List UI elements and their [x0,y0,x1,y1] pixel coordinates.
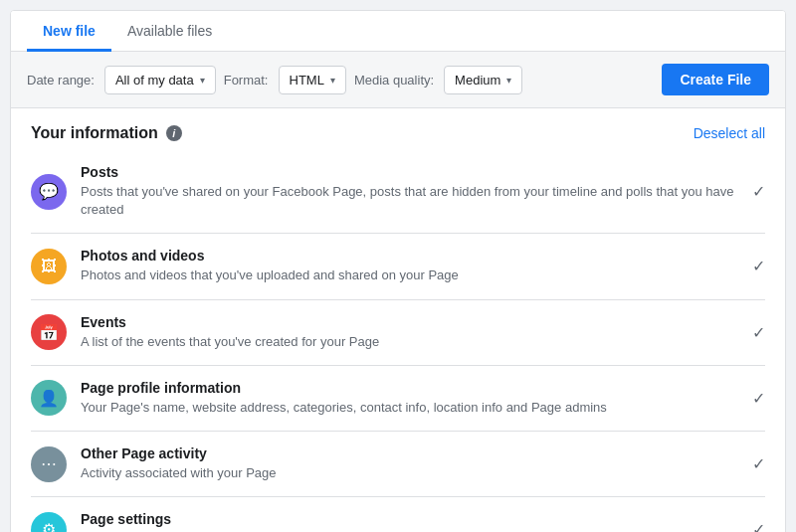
media-quality-value: Medium [455,73,500,88]
item-desc-other-activity: Activity associated with your Page [81,464,738,482]
item-content-posts: PostsPosts that you've shared on your Fa… [81,164,738,219]
date-range-dropdown[interactable]: All of my data ▾ [104,66,216,94]
item-content-events: EventsA list of the events that you've c… [81,314,738,351]
list-item[interactable]: 📅EventsA list of the events that you've … [31,300,765,366]
item-check-other-activity[interactable]: ✓ [752,454,765,473]
item-icon-other-activity: ⋯ [31,446,67,482]
tab-new-file[interactable]: New file [27,11,111,52]
item-icon-events: 📅 [31,314,67,350]
media-quality-label: Media quality: [354,73,434,88]
item-check-posts[interactable]: ✓ [752,182,765,201]
list-item[interactable]: ⚙Page settingsCurrent settings for your … [31,497,765,532]
format-label: Format: [224,73,269,88]
section-title-group: Your information i [31,124,182,142]
list-item[interactable]: ⋯Other Page activityActivity associated … [31,432,765,497]
item-icon-photos-videos: 🖼 [31,249,67,284]
item-title-events: Events [81,314,738,330]
item-title-other-activity: Other Page activity [81,445,738,461]
items-list: 💬PostsPosts that you've shared on your F… [11,150,785,532]
item-desc-page-profile: Your Page's name, website address, categ… [81,399,738,417]
format-dropdown[interactable]: HTML ▾ [279,66,346,94]
list-item[interactable]: 🖼Photos and videosPhotos and videos that… [31,234,765,299]
item-check-events[interactable]: ✓ [752,323,765,342]
item-icon-page-profile: 👤 [31,380,67,416]
date-range-value: All of my data [115,73,194,88]
item-check-photos-videos[interactable]: ✓ [752,257,765,275]
format-section: Format: HTML ▾ [224,66,346,94]
item-title-page-profile: Page profile information [81,380,738,396]
item-content-other-activity: Other Page activityActivity associated w… [81,445,738,482]
date-range-section: Date range: All of my data ▾ [27,66,216,94]
item-desc-photos-videos: Photos and videos that you've uploaded a… [81,266,738,284]
media-quality-section: Media quality: Medium ▾ [354,66,522,94]
chevron-down-icon: ▾ [200,75,205,86]
chevron-down-icon: ▾ [330,75,335,86]
info-icon[interactable]: i [166,125,182,141]
section-title-text: Your information [31,124,158,142]
media-quality-dropdown[interactable]: Medium ▾ [444,66,522,94]
create-file-button[interactable]: Create File [662,64,769,95]
list-item[interactable]: 👤Page profile informationYour Page's nam… [31,366,765,432]
item-icon-page-settings: ⚙ [31,512,67,532]
item-title-page-settings: Page settings [81,511,738,527]
item-title-photos-videos: Photos and videos [81,248,738,264]
tab-available-files[interactable]: Available files [111,11,228,52]
tabs-bar: New file Available files [11,11,785,52]
item-desc-events: A list of the events that you've created… [81,333,738,351]
item-icon-posts: 💬 [31,174,67,210]
item-check-page-settings[interactable]: ✓ [752,520,765,532]
list-item[interactable]: 💬PostsPosts that you've shared on your F… [31,150,765,234]
item-content-page-settings: Page settingsCurrent settings for your P… [81,511,738,532]
item-content-page-profile: Page profile informationYour Page's name… [81,380,738,417]
main-container: New file Available files Date range: All… [10,10,786,532]
chevron-down-icon: ▾ [506,75,511,86]
section-header: Your information i Deselect all [11,108,785,150]
item-check-page-profile[interactable]: ✓ [752,389,765,408]
toolbar: Date range: All of my data ▾ Format: HTM… [11,52,785,108]
format-value: HTML [290,73,324,88]
date-range-label: Date range: [27,73,95,88]
item-content-photos-videos: Photos and videosPhotos and videos that … [81,248,738,284]
item-desc-posts: Posts that you've shared on your Faceboo… [81,183,738,219]
deselect-all-link[interactable]: Deselect all [694,125,765,141]
item-title-posts: Posts [81,164,738,180]
